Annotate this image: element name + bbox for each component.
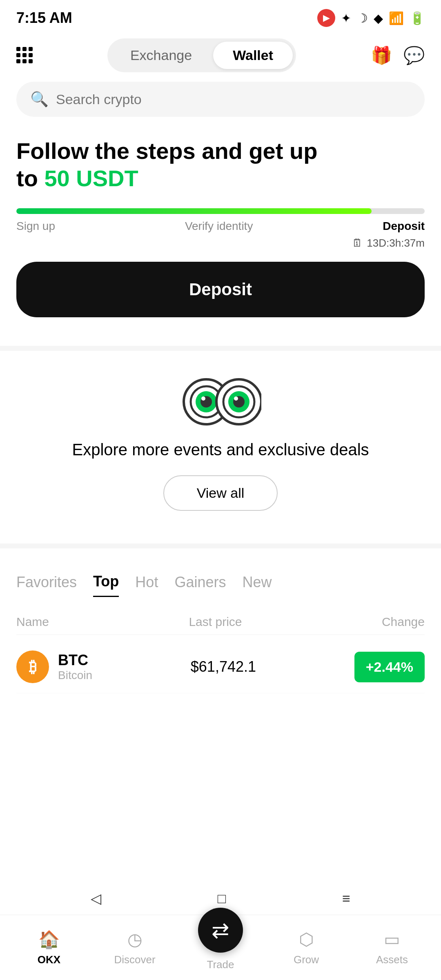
market-section: Favorites Top Hot Gainers New Name Last …: [0, 565, 441, 702]
progress-fill: [16, 208, 372, 214]
home-icon: 🏠: [38, 929, 60, 949]
tab-exchange[interactable]: Exchange: [111, 42, 212, 69]
progress-container: Sign up Verify identity Deposit 🗓 13D:3h…: [16, 208, 425, 249]
eyes-mascot: [180, 375, 261, 428]
view-all-button[interactable]: View all: [163, 475, 278, 511]
nav-grow[interactable]: ⬡ Grow: [282, 929, 331, 966]
nav-discover[interactable]: ◷ Discover: [110, 929, 159, 966]
timer-icon: 🗓: [352, 237, 363, 249]
status-icons: ▶ ✦ ☽ ◆ 📶 🔋: [317, 9, 425, 27]
status-bar: 7:15 AM ▶ ✦ ☽ ◆ 📶 🔋: [0, 0, 441, 33]
events-section: Explore more events and exclusive deals …: [0, 367, 441, 527]
promo-highlight: 50 USDT: [44, 165, 138, 191]
tab-gainers[interactable]: Gainers: [174, 573, 226, 597]
recents-button[interactable]: ≡: [342, 891, 350, 906]
search-bar: 🔍: [16, 82, 425, 117]
svg-point-4: [201, 396, 205, 401]
bluetooth-icon: ✦: [341, 11, 351, 25]
promo-title: Follow the steps and get up to 50 USDT: [16, 137, 425, 192]
tab-new[interactable]: New: [242, 573, 272, 597]
coin-row-btc[interactable]: ₿ BTC Bitcoin $61,742.1 +2.44%: [16, 641, 425, 693]
col-change: Change: [382, 615, 425, 629]
header-tabs: Exchange Wallet: [107, 38, 296, 72]
tab-hot[interactable]: Hot: [135, 573, 158, 597]
assets-icon: ▭: [384, 929, 400, 949]
events-title: Explore more events and exclusive deals: [72, 441, 369, 459]
svg-point-9: [234, 396, 238, 401]
header-left: [16, 47, 33, 63]
coin-names-btc: BTC Bitcoin: [58, 652, 92, 682]
btc-fullname: Bitcoin: [58, 669, 92, 682]
signal-icon: ◆: [374, 11, 383, 25]
table-header: Name Last price Change: [16, 609, 425, 635]
progress-step3: Deposit: [383, 220, 425, 233]
market-tabs: Favorites Top Hot Gainers New: [16, 573, 425, 597]
battery-icon: 🔋: [410, 11, 425, 25]
grid-menu-icon[interactable]: [16, 47, 33, 63]
tab-wallet[interactable]: Wallet: [213, 42, 293, 69]
tab-top[interactable]: Top: [93, 573, 119, 597]
timer-row: 🗓 13D:3h:37m: [16, 237, 425, 249]
col-name: Name: [16, 615, 49, 629]
col-price: Last price: [189, 615, 242, 629]
btc-change: +2.44%: [354, 652, 425, 682]
progress-labels: Sign up Verify identity Deposit: [16, 220, 425, 233]
search-icon: 🔍: [30, 91, 49, 108]
nav-okx[interactable]: 🏠 OKX: [24, 929, 74, 966]
nav-okx-label: OKX: [38, 953, 60, 966]
coin-info-btc: ₿ BTC Bitcoin: [16, 650, 92, 683]
nav-trade-label: Trade: [207, 958, 234, 971]
btc-price: $61,742.1: [191, 658, 256, 675]
trade-icon: ⇄: [212, 918, 229, 942]
header-right: 🎁 💬: [371, 45, 425, 65]
progress-step1: Sign up: [16, 220, 55, 233]
moon-icon: ☽: [357, 11, 368, 25]
progress-track: [16, 208, 425, 214]
nav-assets[interactable]: ▭ Assets: [368, 929, 416, 966]
section-divider: [0, 346, 441, 351]
status-time: 7:15 AM: [16, 9, 72, 27]
search-input[interactable]: [56, 91, 411, 107]
nav-trade[interactable]: ⇄ Trade: [196, 924, 245, 971]
camera-icon: ▶: [317, 9, 335, 27]
nav-discover-label: Discover: [114, 953, 155, 966]
progress-step2: Verify identity: [185, 220, 253, 233]
message-icon[interactable]: 💬: [403, 45, 425, 65]
promo-section: Follow the steps and get up to 50 USDT S…: [0, 129, 441, 330]
btc-symbol: BTC: [58, 652, 92, 669]
btc-avatar: ₿: [16, 650, 49, 683]
nav-assets-label: Assets: [376, 953, 408, 966]
promo-line2: to: [16, 165, 44, 191]
tab-favorites[interactable]: Favorites: [16, 573, 77, 597]
wifi-icon: 📶: [389, 11, 404, 25]
bottom-nav: 🏠 OKX ◷ Discover ⇄ Trade ⬡ Grow ▭ Assets: [0, 915, 441, 980]
grow-icon: ⬡: [299, 929, 314, 949]
section-divider-2: [0, 543, 441, 548]
deposit-button[interactable]: Deposit: [16, 262, 425, 317]
home-button[interactable]: □: [218, 891, 226, 906]
header: Exchange Wallet 🎁 💬: [0, 33, 441, 78]
search-container: 🔍: [16, 82, 425, 117]
timer-value: 13D:3h:37m: [367, 237, 425, 249]
nav-grow-label: Grow: [294, 953, 319, 966]
back-button[interactable]: ◁: [91, 890, 101, 906]
promo-line1: Follow the steps and get up: [16, 138, 317, 164]
trade-button[interactable]: ⇄: [198, 908, 243, 953]
gift-icon[interactable]: 🎁: [371, 45, 392, 65]
discover-icon: ◷: [127, 929, 143, 949]
